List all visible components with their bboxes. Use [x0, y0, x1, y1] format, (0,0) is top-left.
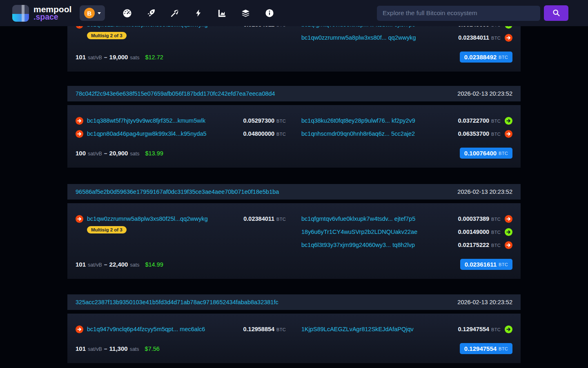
- total-amount-button[interactable]: 0.02361611BTC: [460, 259, 512, 270]
- output-amount: 0.02175222BTC: [453, 242, 501, 248]
- amount-value: 0.03722700: [458, 117, 489, 124]
- input-row: bc1q388wt5f7hjtyv9v9wc8fjrf352...kmum5wl…: [76, 114, 286, 127]
- output-amount: 0.00149000BTC: [453, 229, 501, 235]
- output-row: bc1qw0zzrumnw5a8plw3xs80f... qq2wwykg0.0…: [301, 31, 512, 44]
- fee-fiat-value: $14.99: [145, 261, 163, 268]
- fee-info: 100sat/vB–20,900sats$13.99: [76, 150, 163, 157]
- search-icon: [552, 9, 560, 18]
- btc-unit-label: BTC: [491, 243, 501, 248]
- fee-sats-unit: sats: [130, 151, 139, 157]
- fee-info: 101sat/vB–19,000sats$12.72: [76, 54, 163, 61]
- arrow-right-icon: [505, 325, 512, 333]
- top-navbar: mempool .space B: [0, 0, 588, 26]
- tx-card-header: 78c042f2c943e6e638f515e07659afb056f187bd…: [67, 86, 521, 101]
- tx-card-body: bc1q947v9nclq6p44fzcyy5m5qpt... mec6alc6…: [67, 314, 521, 363]
- input-row: bc1q947v9nclq6p44fzcyy5m5qpt... mec6alc6…: [76, 323, 286, 336]
- search-button[interactable]: [544, 5, 568, 21]
- mempool-logo[interactable]: mempool .space: [12, 5, 71, 22]
- output-row: 18y6u6yTr1CY4wuSVrp2b2LDNQUakv22ae0.0014…: [301, 225, 512, 238]
- arrow-right-icon: [505, 117, 512, 125]
- tx-timestamp: 2026-02-13 20:23:52: [457, 299, 512, 305]
- fee-sats-value: 20,900: [109, 150, 128, 157]
- btc-unit-label: BTC: [491, 36, 501, 40]
- btc-unit-label: BTC: [491, 327, 501, 332]
- dashboard-gauge-icon[interactable]: [122, 9, 132, 18]
- output-address-link[interactable]: bc1q38ku26t0fqt8ey28p9ulwf76... kf2py2v9: [301, 117, 415, 124]
- chart-area-icon[interactable]: [217, 9, 227, 18]
- fee-info: 101sat/vB–22,400sats$14.99: [76, 261, 163, 268]
- multisig-badge: Multisig 2 of 3: [87, 32, 127, 39]
- output-address-link[interactable]: bc1qnhscmdr09qn0hnh8r6aq6z... 5cc2aje2: [301, 130, 415, 137]
- output-row: bc1qfgmtqv6vfue0klxupk7w4tsdv... ejtef7p…: [301, 212, 512, 225]
- amount-value: 0.06353700: [458, 130, 489, 137]
- total-amount-button[interactable]: 0.12947554BTC: [460, 343, 512, 354]
- io-columns: bc1qw0zzrumnw5a8plw3xs80f25l...qq2wwykg0…: [76, 212, 512, 251]
- io-columns: bc1q947v9nclq6p44fzcyy5m5qpt... mec6alc6…: [76, 323, 512, 336]
- output-address-link[interactable]: 1KjpS89LcAEGZLvAgr812SkEJdAfaPQjqv: [301, 326, 414, 332]
- output-row: 1KjpS89LcAEGZLvAgr812SkEJdAfaPQjqv0.1294…: [301, 323, 512, 336]
- input-row: bc1qw0zzrumnw5a8plw3xs80f25l...qq2wwykg0…: [76, 212, 286, 225]
- input-row: bc1qpn80ad46pag4urgw8k99x3l4...k95nyda50…: [76, 127, 286, 140]
- mining-pickaxe-icon[interactable]: [170, 9, 179, 18]
- transaction-card: 325acc2387f13b9350103e41b5fd3d4d71ab78ac…: [67, 294, 521, 363]
- rocket-icon[interactable]: [146, 9, 156, 18]
- tx-footer: 101sat/vB–11,300sats$7.560.12947554BTC: [76, 343, 512, 354]
- layers-icon[interactable]: [241, 9, 250, 18]
- fee-rate-unit: sat/vB: [88, 55, 102, 61]
- btc-unit-label: BTC: [499, 55, 508, 60]
- total-value: 0.02388492: [464, 54, 497, 61]
- input-address-link[interactable]: bc1qw0zzrumnw5a8plw3xs80f25l...qq2wwykg: [87, 215, 208, 222]
- dash-separator: –: [104, 346, 107, 352]
- output-amount: 0.03722700BTC: [453, 117, 501, 124]
- io-columns: bc1q388wt5f7hjtyv9v9wc8fjrf352...kmum5wl…: [76, 114, 512, 140]
- fee-fiat-value: $12.72: [145, 54, 163, 61]
- btc-unit-label: BTC: [491, 230, 501, 235]
- txid-link[interactable]: 78c042f2c943e6e638f515e07659afb056f187bd…: [76, 90, 275, 97]
- dash-separator: –: [104, 54, 107, 61]
- input-address-link[interactable]: bc1qpn80ad46pag4urgw8k99x3l4...k95nyda5: [87, 130, 207, 137]
- arrow-right-icon: [76, 117, 83, 125]
- input-amount: 0.05297300BTC: [238, 117, 286, 124]
- nav-icon-bar: [122, 9, 274, 18]
- fee-info: 101sat/vB–11,300sats$7.56: [76, 345, 160, 352]
- txid-link[interactable]: 325acc2387f13b9350103e41b5fd3d4d71ab78ac…: [76, 299, 278, 305]
- arrow-right-icon: [505, 130, 512, 138]
- mempool-logo-icon: [12, 5, 29, 22]
- input-address-link[interactable]: bc1q947v9nclq6p44fzcyy5m5qpt... mec6alc6: [87, 326, 205, 332]
- output-amount: 0.12947554BTC: [453, 326, 501, 332]
- search-input[interactable]: [377, 6, 540, 21]
- total-amount-button[interactable]: 0.02388492BTC: [460, 52, 512, 63]
- output-amount: 0.00037389BTC: [453, 215, 501, 222]
- btc-unit-label: BTC: [276, 119, 286, 123]
- input-address-link[interactable]: bc1q388wt5f7hjtyv9v9wc8fjrf352...kmum5wl…: [87, 117, 205, 124]
- fee-sats-unit: sats: [130, 346, 139, 352]
- bitcoin-icon: B: [84, 8, 95, 18]
- amount-value: 0.12947554: [458, 326, 489, 332]
- output-address-link[interactable]: bc1q6l3t93y37xjm99g24060wy3... tq8h2lvp: [301, 242, 415, 248]
- info-icon[interactable]: [265, 9, 274, 18]
- output-amount: 0.02384011BTC: [453, 34, 501, 41]
- tx-timestamp: 2026-02-13 20:23:52: [457, 90, 512, 97]
- btc-unit-label: BTC: [276, 327, 286, 332]
- network-selector-dropdown[interactable]: B: [80, 5, 105, 21]
- fee-rate-value: 101: [76, 345, 86, 352]
- total-amount-button[interactable]: 0.10076400BTC: [460, 148, 512, 159]
- fee-sats-unit: sats: [130, 55, 139, 61]
- inputs-column: bc1q947v9nclq6p44fzcyy5m5qpt... mec6alc6…: [76, 323, 286, 336]
- total-value: 0.10076400: [464, 150, 497, 157]
- output-address-link[interactable]: bc1qw0zzrumnw5a8plw3xs80f... qq2wwykg: [301, 34, 416, 41]
- output-address-link[interactable]: bc1qfgmtqv6vfue0klxupk7w4tsdv... ejtef7p…: [301, 215, 415, 222]
- arrow-right-icon: [76, 215, 83, 223]
- tx-card-header: 96586af5e2b0d59636e17959167af0dc319f35ce…: [67, 184, 521, 200]
- arrow-right-icon: [76, 130, 83, 138]
- fee-rate-value: 100: [76, 150, 86, 157]
- output-address-link[interactable]: 18y6u6yTr1CY4wuSVrp2b2LDNQUakv22ae: [301, 229, 417, 235]
- inputs-column: bc1qw0zzrumnw5a8plw3xs80f25l...qq2wwykg0…: [76, 212, 286, 236]
- tx-card-body: bc1qw0zzrumnw5a8plw3xs80f25l...qq2wwykg0…: [67, 203, 521, 279]
- amount-value: 0.00037389: [458, 215, 489, 222]
- tx-footer: 100sat/vB–20,900sats$13.990.10076400BTC: [76, 148, 512, 159]
- lightning-bolt-icon[interactable]: [194, 9, 203, 18]
- btc-unit-label: BTC: [499, 151, 508, 156]
- btc-unit-label: BTC: [491, 119, 501, 123]
- txid-link[interactable]: 96586af5e2b0d59636e17959167af0dc319f35ce…: [76, 188, 279, 195]
